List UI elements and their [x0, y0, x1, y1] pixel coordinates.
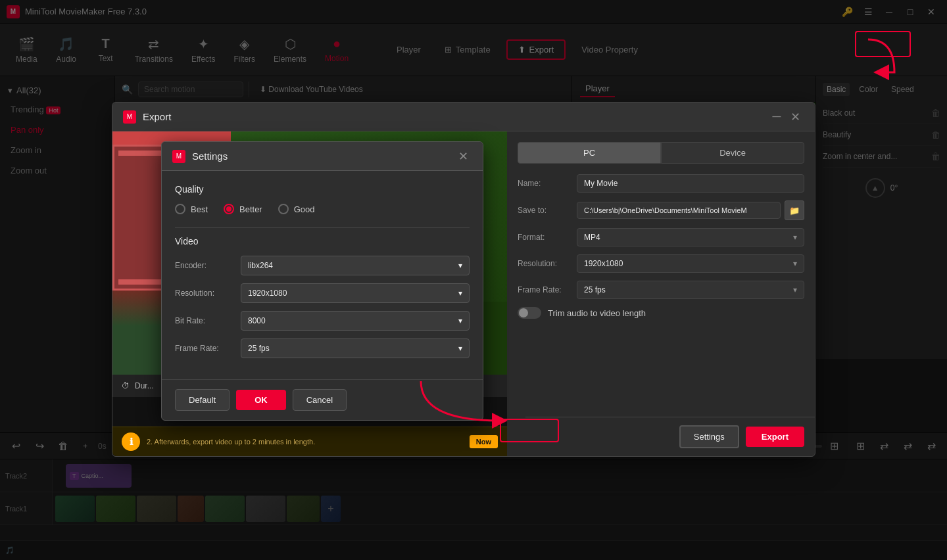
chevron-down-icon: ▾ — [458, 344, 462, 353]
encoder-label: Encoder: — [175, 261, 241, 270]
resolution-label: Resolution: — [175, 289, 241, 298]
export-settings-panel: PC Device Name: Save to: C:\Users\bj\One… — [507, 131, 815, 456]
quality-good-option[interactable]: Good — [278, 204, 315, 214]
quality-divider — [175, 227, 470, 228]
quality-good-radio[interactable] — [278, 204, 289, 214]
quality-best-label: Best — [191, 204, 208, 214]
trim-audio-row: Trim audio to video length — [518, 307, 804, 319]
framerate-row: Frame Rate: 25 fps ▾ — [175, 338, 470, 358]
promo-text: 2. Afterwards, export video up to 2 minu… — [147, 438, 463, 446]
tab-pc[interactable]: PC — [518, 142, 661, 164]
framerate-select[interactable]: 25 fps ▾ — [241, 338, 470, 358]
trim-audio-label: Trim audio to video length — [548, 308, 646, 318]
bitrate-label: Bit Rate: — [175, 316, 241, 325]
chevron-down-icon: ▾ — [793, 285, 797, 294]
clock-icon: ⏱ — [122, 381, 130, 390]
trim-audio-toggle[interactable] — [518, 307, 541, 319]
resolution-select[interactable]: 1920x1080 ▾ — [241, 283, 470, 303]
saveto-label: Save to: — [518, 206, 577, 215]
chevron-down-icon: ▾ — [793, 259, 797, 268]
duration-label: Dur... — [135, 381, 154, 390]
export-dialog-icon: M — [123, 110, 136, 124]
format-label: Format: — [518, 233, 577, 242]
framerate-value: 25 fps — [248, 344, 270, 353]
chevron-down-icon: ▾ — [458, 289, 462, 298]
quality-section-title: Quality — [175, 184, 470, 195]
settings-btn[interactable]: Settings — [679, 425, 739, 448]
promo-icon: ℹ — [122, 432, 140, 451]
quality-better-option[interactable]: Better — [224, 204, 262, 214]
encoder-value: libx264 — [248, 261, 273, 270]
framerate-select[interactable]: 25 fps ▾ — [577, 281, 804, 299]
framerate-value: 25 fps — [584, 285, 606, 294]
quality-good-label: Good — [294, 204, 315, 214]
toggle-thumb — [519, 308, 528, 317]
settings-title: Settings — [192, 151, 454, 162]
export-saveto-row: Save to: C:\Users\bj\OneDrive\Documents\… — [518, 200, 804, 220]
export-dialog-minimize[interactable]: ─ — [767, 108, 786, 126]
quality-better-label: Better — [239, 204, 262, 214]
export-name-row: Name: — [518, 174, 804, 193]
default-btn[interactable]: Default — [175, 389, 230, 411]
encoder-select[interactable]: libx264 ▾ — [241, 256, 470, 275]
format-value: MP4 — [584, 233, 600, 242]
encoder-row: Encoder: libx264 ▾ — [175, 256, 470, 275]
resolution-row: Resolution: 1920x1080 ▾ — [175, 283, 470, 303]
settings-title-bar: M Settings ✕ — [162, 142, 483, 171]
quality-best-option[interactable]: Best — [175, 204, 208, 214]
export-framerate-row: Frame Rate: 25 fps ▾ — [518, 281, 804, 299]
export-resolution-row: Resolution: 1920x1080 ▾ — [518, 254, 804, 273]
bitrate-value: 8000 — [248, 316, 266, 325]
bitrate-select[interactable]: 8000 ▾ — [241, 311, 470, 331]
tab-device[interactable]: Device — [661, 142, 804, 164]
export-dialog-close[interactable]: ✕ — [786, 108, 804, 126]
cancel-btn[interactable]: Cancel — [293, 389, 347, 411]
framerate-label: Frame Rate: — [175, 344, 241, 353]
quality-best-radio[interactable] — [175, 204, 185, 214]
saveto-value: C:\Users\bj\OneDrive\Documents\MiniTool … — [584, 206, 747, 214]
chevron-down-icon: ▾ — [458, 316, 462, 325]
folder-browse-btn[interactable]: 📁 — [785, 200, 804, 220]
framerate-label: Frame Rate: — [518, 285, 577, 294]
export-settings-tabs: PC Device — [518, 142, 804, 164]
name-label: Name: — [518, 179, 577, 188]
chevron-down-icon: ▾ — [458, 261, 462, 270]
promo-bar: ℹ 2. Afterwards, export video up to 2 mi… — [112, 427, 507, 456]
export-dialog-title-bar: M Export ─ ✕ — [112, 103, 815, 131]
export-main-btn[interactable]: Export — [746, 427, 804, 447]
export-format-row: Format: MP4 ▾ — [518, 228, 804, 246]
settings-dialog: M Settings ✕ Quality Best Better Good Vi… — [161, 141, 483, 421]
resolution-value: 1920x1080 — [248, 289, 287, 298]
saveto-select[interactable]: C:\Users\bj\OneDrive\Documents\MiniTool … — [577, 202, 781, 219]
settings-footer: Default OK Cancel — [162, 379, 483, 420]
chevron-down-icon: ▾ — [793, 233, 797, 242]
export-dialog-footer: Settings Export — [525, 417, 815, 456]
promo-now-btn[interactable]: Now — [470, 435, 498, 448]
resolution-value: 1920x1080 — [584, 259, 623, 268]
settings-body: Quality Best Better Good Video Encoder: … — [162, 171, 483, 379]
bitrate-row: Bit Rate: 8000 ▾ — [175, 311, 470, 331]
name-input[interactable] — [577, 174, 804, 193]
format-select[interactable]: MP4 ▾ — [577, 228, 804, 246]
export-dialog-title: Export — [143, 111, 767, 122]
quality-better-radio[interactable] — [224, 204, 234, 214]
video-section-title: Video — [175, 236, 470, 246]
settings-close-btn[interactable]: ✕ — [454, 147, 472, 166]
resolution-label: Resolution: — [518, 259, 577, 268]
quality-options-row: Best Better Good — [175, 204, 470, 214]
ok-btn[interactable]: OK — [236, 390, 286, 410]
settings-icon: M — [172, 150, 185, 163]
resolution-select[interactable]: 1920x1080 ▾ — [577, 254, 804, 273]
